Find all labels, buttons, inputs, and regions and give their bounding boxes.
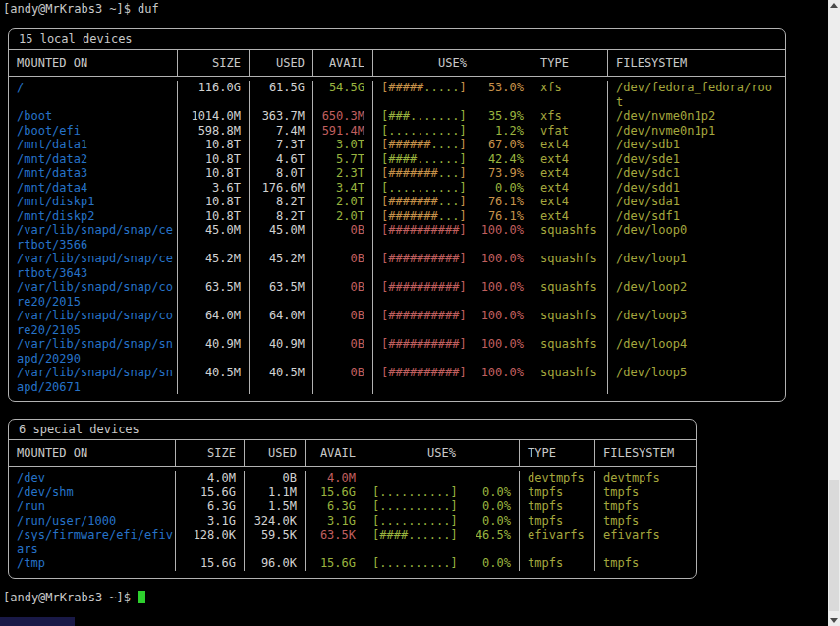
- table-row-block: tmpfs: [520, 556, 594, 571]
- usage-bar-dots: .....: [423, 81, 459, 94]
- usage-bar-dots: ...: [438, 209, 460, 223]
- mount-cell: /dev: [9, 471, 175, 485]
- table-column: 4.0M15.6G6.3G3.1G63.5K15.6G: [306, 471, 364, 571]
- table-row-block: 45.0M: [250, 223, 312, 252]
- filesystem-cell: /dev/loop5: [608, 366, 785, 380]
- usage-bar-open-bracket: [####: [372, 528, 408, 541]
- table-row-block: ext4: [532, 195, 607, 209]
- mount-cell: rtbot/3643: [9, 266, 177, 281]
- usage-bar: [..........]: [381, 181, 467, 196]
- table-row-block: 3.6T: [178, 181, 249, 196]
- mount-cell: apd/20290: [9, 352, 177, 367]
- avail-cell: 0B: [313, 252, 372, 266]
- table-row-block: /dev/sde1: [608, 152, 785, 167]
- usage-bar: [##########]: [381, 252, 467, 266]
- table-row-block: 7.3T: [250, 138, 312, 152]
- type-cell: squashfs: [532, 223, 607, 238]
- usage-bar-close-bracket: ]: [459, 124, 466, 138]
- table-body: //boot/boot/efi/mnt/data1/mnt/data2/mnt/…: [9, 77, 785, 401]
- usage-bar: [..........]: [372, 499, 458, 514]
- type-cell: ext4: [532, 181, 607, 196]
- column-header: USED: [250, 50, 313, 76]
- type-cell: ext4: [532, 166, 607, 181]
- table-row-block: [###.......]35.9%: [373, 109, 532, 124]
- table-row-block: tmpfs: [520, 499, 594, 514]
- table-row-block: /dev/nvme0n1p1: [608, 124, 785, 139]
- usage-bar-dots: ......: [408, 528, 450, 541]
- table-row-block: /boot/efi: [9, 124, 177, 139]
- usage-bar: [##########]: [381, 223, 467, 238]
- usage-bar-close-bracket: ]: [459, 366, 466, 379]
- used-cell: 40.5M: [250, 366, 312, 380]
- filesystem-cell: t: [608, 95, 785, 110]
- usage-percent: 76.1%: [488, 209, 524, 224]
- table-row-block: 15.6G: [176, 485, 244, 500]
- table-row-block: /dev/sdb1: [608, 138, 785, 152]
- table-row-block: [#####.....]53.0%: [373, 81, 532, 109]
- usage-bar-dots: ...: [438, 166, 460, 180]
- usage-percent: 0.0%: [482, 514, 511, 529]
- size-cell: 63.5M: [178, 280, 249, 295]
- type-cell: tmpfs: [520, 514, 594, 529]
- column-header: AVAIL: [306, 440, 364, 466]
- table-row-block: [#######...]73.9%: [373, 166, 532, 181]
- usage-bar: [##########]: [381, 337, 467, 352]
- mount-cell: /var/lib/snapd/snap/co: [9, 309, 177, 323]
- table-row-block: /var/lib/snapd/snap/snapd/20671: [9, 366, 177, 394]
- column-header: SIZE: [178, 50, 250, 76]
- usage-bar-cell: [####......]46.5%: [364, 528, 519, 542]
- size-cell: 10.8T: [178, 209, 249, 224]
- usage-percent: 35.9%: [488, 109, 524, 124]
- table-row-block: /sys/firmware/efi/efivars: [9, 528, 175, 556]
- table-row-block: [..........]0.0%: [364, 499, 519, 514]
- filesystem-cell: /dev/sdf1: [608, 209, 785, 224]
- table-row-block: /mnt/data1: [9, 138, 177, 152]
- usage-bar: [#######...]: [381, 195, 467, 209]
- scrollbar-track[interactable]: [828, 0, 840, 626]
- used-cell: 4.6T: [250, 152, 312, 167]
- table-row-block: 8.0T: [250, 166, 312, 181]
- table-row-block: 4.0M: [306, 471, 364, 485]
- usage-percent: 46.5%: [476, 528, 511, 542]
- type-cell: tmpfs: [520, 485, 594, 500]
- scrollbar-down-arrow-icon[interactable]: [830, 618, 838, 623]
- table-column: devtmpfstmpfstmpfstmpfsefivarfstmpfs: [595, 471, 696, 571]
- table-row-block: [##########]100.0%: [373, 223, 532, 252]
- usage-bar-cell: [##########]100.0%: [373, 337, 532, 352]
- filesystem-cell: /dev/loop2: [608, 280, 785, 295]
- table-column: [#####.....]53.0%[###.......]35.9%[.....…: [373, 81, 532, 394]
- usage-bar-close-bracket: ]: [459, 252, 466, 265]
- avail-cell: 15.6G: [306, 485, 364, 500]
- avail-cell: 3.1G: [306, 514, 364, 529]
- table-row-block: [##########]100.0%: [373, 280, 532, 309]
- table-row-block: /mnt/data2: [9, 152, 177, 167]
- mount-cell: apd/20671: [9, 380, 177, 395]
- scrollbar-up-arrow-icon[interactable]: [830, 3, 838, 8]
- mount-cell: /mnt/data1: [9, 138, 177, 152]
- usage-bar-open-bracket: [##########: [381, 366, 459, 379]
- shell-prompt: [andy@MrKrabs3 ~]$: [3, 591, 131, 604]
- usage-bar: [##########]: [381, 366, 467, 380]
- table-row-block: /boot: [9, 109, 177, 124]
- column-header: SIZE: [176, 440, 245, 466]
- size-cell: 10.8T: [178, 138, 249, 152]
- filesystem-cell: /dev/loop0: [608, 223, 785, 238]
- table-row-block: 6.3G: [306, 499, 364, 514]
- table-row-block: [..........]0.0%: [373, 181, 532, 196]
- avail-cell: 591.4M: [313, 124, 372, 139]
- size-cell: 40.5M: [178, 366, 249, 380]
- type-cell: xfs: [532, 81, 607, 95]
- table-row-block: 8.2T: [250, 195, 312, 209]
- table-row-block: tmpfs: [520, 485, 594, 500]
- usage-bar-close-bracket: ]: [459, 166, 466, 180]
- mount-cell: /sys/firmware/efi/efiv: [9, 528, 175, 542]
- usage-percent: 0.0%: [482, 499, 511, 514]
- usage-percent: 100.0%: [481, 309, 524, 323]
- table-row-block: 650.3M: [313, 109, 372, 124]
- scrollbar-thumb[interactable]: [829, 480, 839, 611]
- size-cell: 45.0M: [178, 223, 249, 238]
- size-cell: 6.3G: [176, 499, 244, 514]
- table-row-block: /dev: [9, 471, 175, 485]
- table-row-block: /dev/sdc1: [608, 166, 785, 181]
- usage-bar-cell: [..........]1.2%: [373, 124, 532, 139]
